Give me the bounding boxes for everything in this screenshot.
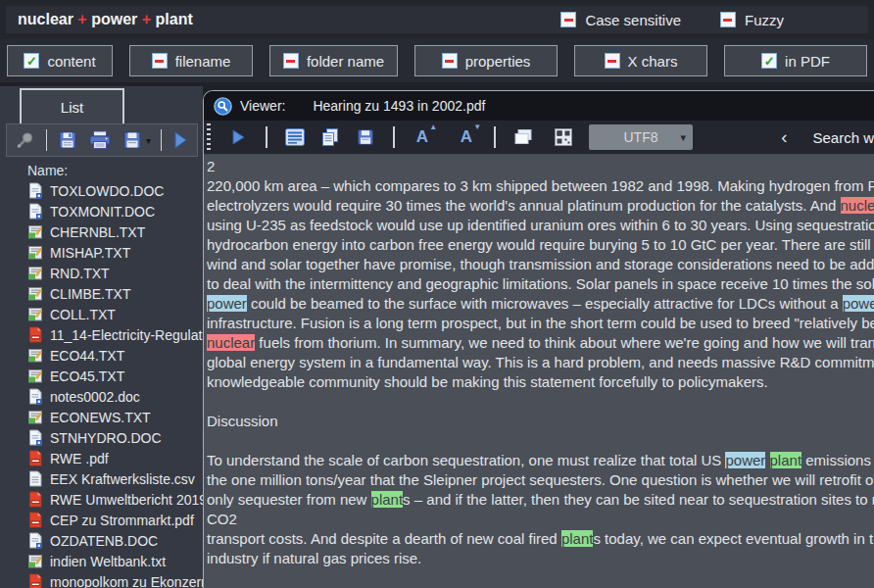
search-hit-highlight: plant <box>371 491 404 508</box>
file-item[interactable]: ECONEWS.TXT <box>27 407 203 427</box>
file-item[interactable]: RWE Umweltbericht 2019.p <box>27 489 203 510</box>
document-line: 220,000 km area – which compares to 3 km… <box>207 176 874 196</box>
file-item[interactable]: MISHAP.TXT <box>27 242 203 263</box>
file-name: CEP zu Strommarkt.pdf <box>50 513 194 528</box>
print-icon <box>88 129 112 151</box>
file-item[interactable]: RND.TXT <box>27 263 203 283</box>
justify-lines-icon <box>284 127 306 147</box>
file-item[interactable]: COLL.TXT <box>27 304 203 324</box>
file-item[interactable]: RWE .pdf <box>27 448 203 468</box>
file-item[interactable]: indien Weltbank.txt <box>27 551 203 571</box>
file-name: TOXLOWDO.DOC <box>50 183 164 199</box>
encoding-detect-button[interactable] <box>549 123 578 151</box>
save-icon <box>57 129 78 151</box>
qr-code-icon <box>554 127 573 147</box>
save-button[interactable] <box>57 126 78 154</box>
file-name: ECONEWS.TXT <box>50 410 151 425</box>
filter-button-properties[interactable]: properties <box>414 45 558 76</box>
document-line: using U-235 as feedstock would use up id… <box>207 216 874 235</box>
filter-bar: contentfilenamefolder namepropertiesX ch… <box>0 39 874 82</box>
file-item[interactable]: monopolkom zu Ekonzerne <box>27 571 203 588</box>
txt-file-icon <box>27 265 43 281</box>
save-text-button[interactable] <box>351 123 380 151</box>
doc-file-icon <box>27 429 43 446</box>
file-item[interactable]: EEX Kraftwerksliste.csv <box>27 468 203 489</box>
file-item[interactable]: ECO45.TXT <box>27 366 203 386</box>
font-increase-button[interactable]: A▲ <box>408 123 437 151</box>
fuzzy-checkbox[interactable]: Fuzzy <box>720 12 784 28</box>
filter-button-filename[interactable]: filename <box>129 45 253 76</box>
filter-button-label: in PDF <box>785 53 830 70</box>
search-button[interactable] <box>15 126 36 154</box>
search-icon <box>15 129 36 151</box>
filter-button-in-pdf[interactable]: in PDF <box>724 45 867 76</box>
tab-list-label: List <box>61 99 83 116</box>
case-sensitive-checkbox[interactable]: Case sensitive <box>560 12 681 28</box>
file-item[interactable]: 11_14-Electricity-Regulation <box>27 324 203 345</box>
excluded-checkbox-icon <box>152 53 168 69</box>
document-line: hydrocarbon energy into carbon free ener… <box>207 235 874 255</box>
file-name: EEX Kraftwerksliste.csv <box>50 471 195 487</box>
results-panel: List <box>0 86 203 588</box>
file-item[interactable]: STNHYDRO.DOC <box>27 427 203 448</box>
file-name: ECO44.TXT <box>50 348 124 364</box>
chevron-left-icon[interactable]: ‹ <box>781 126 787 148</box>
file-item[interactable]: CLIMBE.TXT <box>27 283 203 304</box>
print-button[interactable] <box>88 126 112 154</box>
search-input[interactable]: nuclear + power + plant Case sensitive F… <box>6 6 868 33</box>
filter-button-content[interactable]: content <box>7 45 113 76</box>
txt-file-icon <box>27 409 43 425</box>
top-search-bar: nuclear + power + plant Case sensitive F… <box>0 0 874 39</box>
filter-button-label: filename <box>175 53 231 70</box>
document-text[interactable]: 2220,000 km area – which compares to 3 k… <box>204 155 874 588</box>
cascade-windows-button[interactable] <box>509 123 538 151</box>
file-item[interactable]: ECO44.TXT <box>27 345 203 366</box>
file-name: RND.TXT <box>50 266 110 281</box>
viewer-icon <box>214 97 232 116</box>
search-options: Case sensitive Fuzzy <box>560 12 868 28</box>
font-decrease-button[interactable]: A▼ <box>452 123 481 151</box>
tab-list[interactable]: List <box>20 88 124 123</box>
play-button[interactable] <box>223 123 253 151</box>
file-item[interactable]: TOXMONIT.DOC <box>27 201 203 221</box>
file-name: ECO45.TXT <box>50 368 124 384</box>
drag-grip-icon[interactable] <box>207 123 211 151</box>
file-name: STNHYDRO.DOC <box>50 430 162 446</box>
document-line: infrastructure. Fusion is a long term pr… <box>207 314 874 333</box>
file-item[interactable]: OZDATENB.DOC <box>27 530 203 551</box>
encoding-select[interactable]: UTF8 ▾ <box>589 124 693 150</box>
txt-file-icon <box>27 553 43 569</box>
filter-button-label: X chars <box>628 53 678 70</box>
search-hit-highlight: powe <box>843 295 874 312</box>
file-name: notes0002.doc <box>50 389 140 405</box>
save-as-button[interactable]: ▾ <box>121 126 151 154</box>
save-as-icon <box>121 129 143 151</box>
file-item[interactable]: TOXLOWDO.DOC <box>27 180 203 201</box>
search-hit-highlight: plant <box>561 530 594 547</box>
toolbar-separator <box>46 129 47 151</box>
filter-button-folder-name[interactable]: folder name <box>269 45 398 76</box>
open-in-viewer-button[interactable] <box>171 126 189 154</box>
viewer-titlebar: Viewer: Hearing zu 1493 in 2002.pdf <box>204 91 874 121</box>
document-line: the one million tons/year that the Sleip… <box>207 470 874 490</box>
filter-button-x-chars[interactable]: X chars <box>574 45 707 76</box>
viewer-search-label[interactable]: Search w <box>812 129 874 146</box>
file-item[interactable]: CEP zu Strommarkt.pdf <box>27 510 203 530</box>
excluded-checkbox-icon <box>560 12 576 27</box>
txt-file-icon <box>27 347 43 364</box>
file-list[interactable]: TOXLOWDO.DOCTOXMONIT.DOCCHERNBL.TXTMISHA… <box>0 180 203 588</box>
document-line: transport costs. And despite a dearth of… <box>207 529 874 549</box>
csv-file-icon <box>27 470 43 487</box>
file-item[interactable]: CHERNBL.TXT <box>27 221 203 242</box>
file-name: OZDATENB.DOC <box>50 533 158 549</box>
case-sensitive-label: Case sensitive <box>585 12 681 28</box>
viewer-document-title: Hearing zu 1493 in 2002.pdf <box>313 98 485 114</box>
text-view-button[interactable] <box>280 123 310 151</box>
txt-file-icon <box>27 223 43 240</box>
file-item[interactable]: notes0002.doc <box>27 386 203 407</box>
toolbar-separator <box>161 129 162 151</box>
dropdown-arrow-icon: ▾ <box>680 131 686 144</box>
doc-file-icon <box>27 182 43 199</box>
toolbar-separator <box>266 126 267 148</box>
copy-button[interactable] <box>316 123 345 151</box>
